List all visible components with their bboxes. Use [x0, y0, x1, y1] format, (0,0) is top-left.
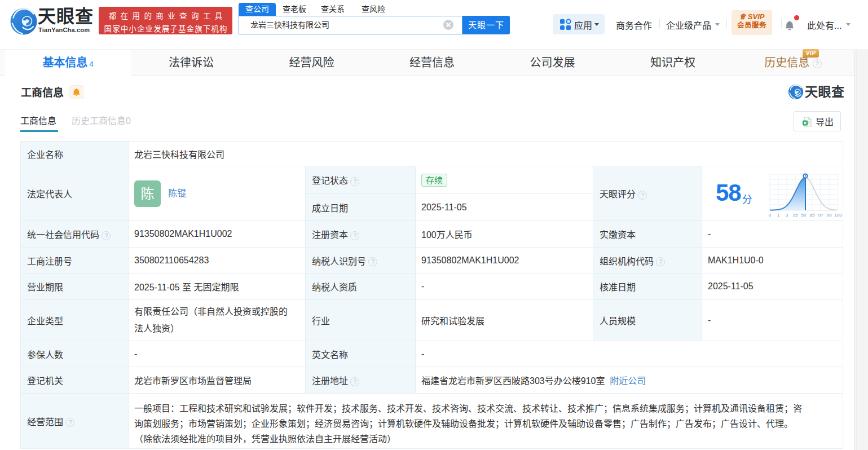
svg-text:1: 1 — [777, 213, 780, 218]
svg-text:85: 85 — [810, 213, 815, 218]
svg-text:100: 100 — [834, 213, 842, 218]
svg-text:3: 3 — [786, 213, 788, 218]
svg-text:50: 50 — [801, 213, 807, 218]
svg-text:15: 15 — [793, 213, 798, 218]
svg-text:0: 0 — [769, 213, 772, 218]
svg-text:99: 99 — [827, 213, 832, 218]
svg-text:97: 97 — [818, 213, 823, 218]
